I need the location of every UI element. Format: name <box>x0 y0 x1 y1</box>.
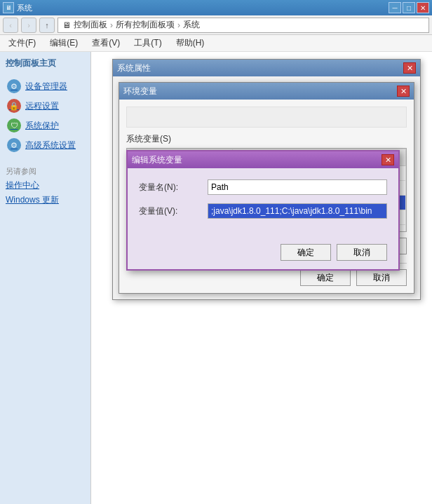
breadcrumb-item-2[interactable]: 所有控制面板项 <box>116 19 175 31</box>
maximize-button[interactable]: □ <box>403 2 415 13</box>
editVar-close-button[interactable]: ✕ <box>382 154 394 165</box>
menu-file[interactable]: 文件(F) <box>6 36 39 50</box>
up-button[interactable]: ↑ <box>39 18 55 33</box>
breadcrumb-sep-2: › <box>177 20 180 30</box>
sysProps-title: 系统属性 <box>117 62 403 74</box>
also-label: 另请参阅 <box>6 167 36 175</box>
var-name-label: 变量名(N): <box>139 182 202 193</box>
device-manager-icon: ⚙ <box>7 79 21 93</box>
dialog-edit-var: 编辑系统变量 ✕ 变量名(N): 变量值(V): 确定 取消 <box>126 150 400 271</box>
action-center-link[interactable]: 操作中心 <box>6 179 85 191</box>
title-bar: 🖥 系统 ─ □ ✕ <box>0 0 432 15</box>
envVars-titlebar: 环境变量 ✕ <box>119 83 414 100</box>
sidebar-item-device-manager-label: 设备管理器 <box>25 81 67 93</box>
editVar-content: 变量名(N): 变量值(V): <box>128 168 398 238</box>
content-panel: 查看有关计算机的基本信息 系统属性 ✕ 环境变量 ✕ <box>91 52 432 504</box>
editVar-ok-button[interactable]: 确定 <box>281 244 331 261</box>
main-area: 控制面板主页 ⚙ 设备管理器 🔒 远程设置 🛡 系统保护 ⚙ 高级系统设置 另请… <box>0 52 432 504</box>
editVar-titlebar: 编辑系统变量 ✕ <box>128 151 398 168</box>
sysProps-titlebar: 系统属性 ✕ <box>113 60 420 76</box>
advanced-icon: ⚙ <box>7 138 21 152</box>
var-value-label: 变量值(V): <box>139 205 202 217</box>
sysProps-close-button[interactable]: ✕ <box>403 62 416 74</box>
menu-help[interactable]: 帮助(H) <box>173 36 208 50</box>
menu-tools[interactable]: 工具(T) <box>131 36 164 50</box>
envVars-title: 环境变量 <box>123 86 397 97</box>
close-button[interactable]: ✕ <box>417 2 429 13</box>
sidebar-item-device-manager[interactable]: ⚙ 设备管理器 <box>6 76 85 96</box>
breadcrumb-item-1[interactable]: 控制面板 <box>74 19 107 31</box>
editVar-title: 编辑系统变量 <box>132 154 382 166</box>
var-name-row: 变量名(N): <box>139 179 387 195</box>
protection-icon: 🛡 <box>7 118 21 132</box>
var-value-row: 变量值(V): <box>139 203 387 219</box>
menu-view[interactable]: 查看(V) <box>89 36 123 50</box>
envvars-ok-button[interactable]: 确定 <box>300 269 351 286</box>
sidebar: 控制面板主页 ⚙ 设备管理器 🔒 远程设置 🛡 系统保护 ⚙ 高级系统设置 另请… <box>0 52 91 504</box>
breadcrumb: 🖥 控制面板 › 所有控制面板项 › 系统 <box>58 18 429 33</box>
address-bar: ‹ › ↑ 🖥 控制面板 › 所有控制面板项 › 系统 <box>0 15 432 35</box>
windows-update-link[interactable]: Windows 更新 <box>6 194 85 206</box>
envVars-close-button[interactable]: ✕ <box>397 86 410 97</box>
editVar-buttons: 确定 取消 <box>128 238 398 269</box>
sys-vars-label: 系统变量(S) <box>126 133 407 145</box>
breadcrumb-item-3[interactable]: 系统 <box>183 19 200 31</box>
forward-button[interactable]: › <box>21 18 36 33</box>
window-icon: 🖥 <box>3 2 14 13</box>
menu-bar: 文件(F) 编辑(E) 查看(V) 工具(T) 帮助(H) <box>0 35 432 52</box>
sidebar-title: 控制面板主页 <box>6 57 85 69</box>
sidebar-item-remote-label: 远程设置 <box>25 100 59 112</box>
also-section: 另请参阅 操作中心 Windows 更新 <box>6 166 85 206</box>
window-controls: ─ □ ✕ <box>389 2 429 13</box>
menu-edit[interactable]: 编辑(E) <box>47 36 81 50</box>
var-value-input[interactable] <box>208 203 387 219</box>
minimize-button[interactable]: ─ <box>389 2 401 13</box>
envvars-cancel-button[interactable]: 取消 <box>356 269 407 286</box>
editVar-cancel-button[interactable]: 取消 <box>337 244 387 261</box>
sidebar-item-protection-label: 系统保护 <box>25 120 59 132</box>
sidebar-item-remote[interactable]: 🔒 远程设置 <box>6 96 85 116</box>
sidebar-item-protection[interactable]: 🛡 系统保护 <box>6 116 85 135</box>
sidebar-item-advanced-label: 高级系统设置 <box>25 139 76 151</box>
var-name-input[interactable] <box>208 179 387 195</box>
back-button[interactable]: ‹ <box>3 18 18 33</box>
sidebar-item-advanced[interactable]: ⚙ 高级系统设置 <box>6 135 85 155</box>
user-vars-placeholder <box>126 107 407 128</box>
window-title: 系统 <box>17 3 389 13</box>
breadcrumb-sep-1: › <box>110 20 113 30</box>
remote-icon: 🔒 <box>7 99 21 113</box>
breadcrumb-icon: 🖥 <box>62 20 71 30</box>
